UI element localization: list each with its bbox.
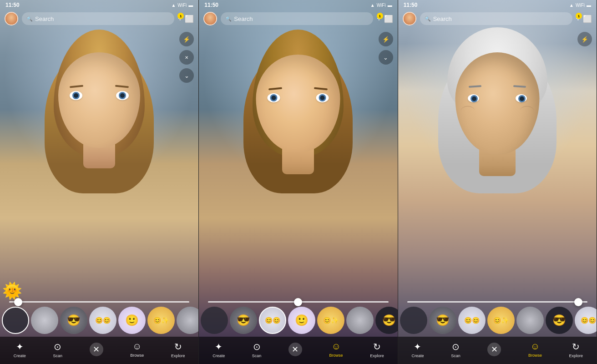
filter-3-7[interactable]: 😊😊 — [575, 307, 597, 334]
add-btn-2[interactable]: + 1 — [377, 15, 381, 23]
side-controls-1: ⚡ ✕ ⌄ — [179, 32, 194, 83]
filter-2-2[interactable]: 😎 — [230, 307, 257, 334]
filter-1-5[interactable]: 🙂 — [118, 307, 146, 334]
nav-close-1[interactable]: ✕ — [90, 343, 103, 356]
filter-2-5[interactable]: 😊✨ — [317, 307, 344, 334]
eye-left-old — [468, 94, 479, 102]
filter-emoji-1-5: 🙂 — [125, 314, 139, 327]
wifi-icon-3: WiFi — [576, 3, 585, 8]
nav-scan-1[interactable]: ⊙ Scan — [53, 341, 62, 358]
filter-1-2[interactable] — [31, 307, 58, 334]
chevron-icon-2: ⌄ — [383, 54, 388, 61]
flash-btn-3[interactable]: ⚡ — [577, 32, 592, 46]
avatar-3[interactable] — [403, 12, 416, 25]
nav-create-1[interactable]: ✦ Create — [14, 341, 26, 358]
nav-create-3[interactable]: ✦ Create — [411, 341, 424, 358]
filter-3-4[interactable]: 😊✨ — [487, 307, 515, 334]
add-btn-1[interactable]: + 1 — [178, 15, 182, 23]
filter-1-6[interactable]: 😊✨ — [147, 307, 175, 334]
flash-icon-2: ⚡ — [382, 36, 390, 43]
filter-3-6[interactable]: 😎 — [546, 307, 573, 334]
slider-2[interactable] — [199, 301, 397, 303]
filter-emoji-2-3: 😊😊 — [265, 317, 280, 324]
filter-emoji-3-3: 😊😊 — [464, 317, 480, 324]
eye-right — [116, 91, 129, 100]
filter-emoji-2-5: 😊✨ — [323, 317, 339, 324]
nav-scan-label-1: Scan — [53, 354, 62, 358]
eye-right-mid — [316, 93, 329, 102]
avatar-1[interactable] — [5, 12, 18, 25]
battery-icon-2: ▬ — [388, 3, 392, 8]
signal-icon-1: ▲ — [171, 3, 176, 8]
nav-close-3[interactable]: ✕ — [487, 343, 501, 356]
top-right-icons-2: + 1 ⬜ — [377, 15, 393, 23]
search-pill-2[interactable]: 🔍 Search — [221, 12, 373, 25]
filter-2-1[interactable] — [201, 307, 228, 334]
nav-browse-icon-2: ☺ — [331, 341, 340, 352]
filter-emoji-2-4: 🙂 — [295, 314, 309, 327]
status-bar-1: 11:50 ▲ WiFi ▬ — [0, 0, 198, 10]
flash-btn-2[interactable]: ⚡ — [379, 32, 393, 46]
status-icons-3: ▲ WiFi ▬ — [569, 3, 591, 8]
chevron-btn-2[interactable]: ⌄ — [379, 50, 393, 65]
filter-1-3[interactable]: 😎 — [60, 307, 87, 334]
search-pill-3[interactable]: 🔍 Search — [420, 12, 572, 25]
battery-icon-3: ▬ — [587, 3, 591, 8]
filter-1-1[interactable] — [2, 307, 29, 334]
side-controls-2: ⚡ ⌄ — [379, 32, 393, 65]
chevron-btn-1[interactable]: ⌄ — [179, 68, 194, 83]
slider-track-3 — [407, 301, 587, 303]
filter-1-4[interactable]: 😊😊 — [89, 307, 116, 334]
filter-row-2: 😎 😊😊 🙂 😊✨ 😎 🔵😊 — [199, 305, 397, 336]
nav-explore-icon-1: ↻ — [174, 341, 182, 352]
filter-2-3[interactable]: 😊😊 — [259, 307, 286, 334]
nav-browse-3[interactable]: ☺ Browse — [528, 341, 542, 358]
nav-explore-label-1: Explore — [171, 354, 185, 358]
filter-1-7[interactable] — [177, 307, 198, 334]
nav-explore-3[interactable]: ↻ Explore — [569, 341, 583, 358]
flash-btn-1[interactable]: ⚡ — [179, 32, 194, 46]
person-old — [398, 25, 597, 337]
eyes-old — [468, 94, 527, 102]
nav-close-2[interactable]: ✕ — [288, 343, 302, 356]
filter-3-3[interactable]: 😊😊 — [458, 307, 486, 334]
camera-btn-3[interactable]: ⬜ — [583, 15, 592, 23]
filter-emoji-2-7: 😎 — [382, 314, 396, 327]
nav-explore-2[interactable]: ↻ Explore — [370, 341, 384, 358]
nav-create-icon-3: ✦ — [414, 341, 421, 352]
nav-create-2[interactable]: ✦ Create — [212, 341, 225, 358]
search-icon-1: 🔍 — [26, 16, 33, 22]
nav-close-icon-2: ✕ — [288, 343, 302, 356]
avatar-2[interactable] — [203, 12, 217, 25]
battery-icon-1: ▬ — [188, 3, 193, 8]
status-bar-2: 11:50 ▲ WiFi ▬ — [199, 0, 397, 10]
status-icons-1: ▲ WiFi ▬ — [171, 3, 193, 8]
filter-3-5[interactable] — [516, 307, 544, 334]
slider-track-1 — [9, 301, 189, 303]
slider-3[interactable] — [398, 301, 597, 303]
nav-scan-2[interactable]: ⊙ Scan — [252, 341, 262, 358]
nav-explore-1[interactable]: ↻ Explore — [171, 341, 185, 358]
filter-2-6[interactable] — [346, 307, 374, 334]
wifi-icon-2: WiFi — [377, 3, 386, 8]
status-time-2: 11:50 — [204, 2, 218, 8]
flip-btn-1[interactable]: ✕ — [179, 50, 194, 65]
eye-left — [70, 91, 82, 100]
camera-btn-1[interactable]: ⬜ — [185, 15, 194, 23]
slider-1[interactable] — [0, 301, 198, 303]
nav-explore-label-3: Explore — [569, 354, 583, 358]
add-btn-3[interactable]: + 1 — [576, 15, 580, 23]
filter-2-7[interactable]: 😎 — [375, 307, 397, 334]
nav-browse-2[interactable]: ☺ Browse — [329, 341, 343, 358]
filter-3-1[interactable] — [400, 307, 427, 334]
filter-emoji-3-2: 😎 — [436, 314, 450, 327]
badge-2: 1 — [377, 13, 383, 19]
search-pill-1[interactable]: 🔍 Search — [22, 12, 174, 25]
filter-2-4[interactable]: 🙂 — [288, 307, 315, 334]
top-right-icons-1: + 1 ⬜ — [178, 15, 194, 23]
phone-panel-1: 11:50 ▲ WiFi ▬ 🔍 Search + 1 ⬜ ⚡ — [0, 0, 199, 364]
nav-scan-3[interactable]: ⊙ Scan — [451, 341, 460, 358]
nav-browse-1[interactable]: ☺ Browse — [130, 341, 144, 358]
camera-btn-2[interactable]: ⬜ — [384, 15, 393, 23]
filter-3-2[interactable]: 😎 — [429, 307, 456, 334]
